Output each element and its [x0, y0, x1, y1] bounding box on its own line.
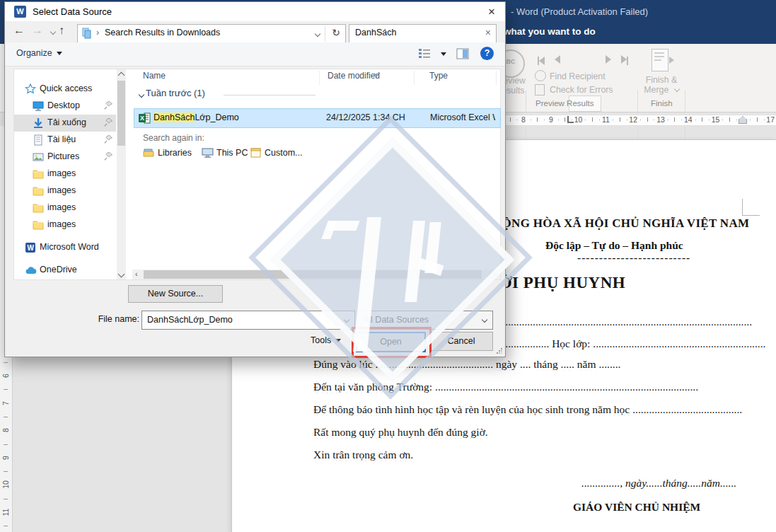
sidebar-item-microsoft-word[interactable]: WMicrosoft Word [14, 239, 116, 256]
file-row-danhsachlop-demo[interactable]: X DanhSáchLớp_Demo 24/12/2025 1:34 CH Mi… [134, 108, 501, 128]
combo-chevron-icon[interactable] [482, 317, 487, 323]
sidebar-item-label: Quick access [40, 83, 92, 93]
ruler-number: 10 [1, 480, 10, 490]
forward-icon[interactable]: → [32, 24, 43, 37]
scroll-down-icon[interactable] [118, 271, 125, 278]
scrollbar-thumb[interactable] [144, 270, 482, 279]
word-app-icon: W [14, 6, 26, 18]
sidebar-item-images[interactable]: images [14, 183, 116, 200]
search-again-label: Search again in: [143, 133, 204, 143]
list-horizontal-scrollbar[interactable]: ‹ › [132, 270, 500, 279]
svg-text:W: W [28, 244, 35, 252]
previous-record-icon[interactable] [555, 54, 560, 66]
sidebar-item-images[interactable]: images [14, 200, 116, 216]
ruler-number: 15 [712, 115, 720, 124]
sidebar-item-onedrive[interactable]: OneDrive [14, 262, 116, 279]
folder-icon [33, 219, 44, 231]
finish-merge-button[interactable]: Finish & Merge [640, 75, 683, 95]
search-folder-icon [81, 28, 93, 39]
up-icon[interactable]: ↑ [59, 24, 64, 37]
tools-dropdown[interactable]: Tools [311, 335, 341, 345]
doc-line-b7: Xin trân trọng cảm ơn. [313, 449, 413, 461]
sidebar-item-label: Tài liệu [47, 134, 76, 144]
annotation-highlight-open [352, 327, 432, 358]
sidebar-scrollbar[interactable] [117, 69, 126, 279]
folder-icon [33, 202, 44, 214]
search-input[interactable]: DanhSách × [349, 24, 497, 43]
sidebar-item-label: images [47, 168, 76, 178]
ruler-number: 11 [1, 507, 10, 517]
column-header-date[interactable]: Date modified [328, 71, 380, 81]
file-name-value: DanhSáchLớp_Demo [147, 315, 233, 325]
ruler-number: 13 [656, 115, 665, 124]
file-browser: Quick accessDesktopTải xuốngTài liệuPict… [13, 69, 501, 280]
back-icon[interactable]: ← [13, 24, 25, 37]
ruler-number: 14 [684, 115, 693, 124]
help-icon[interactable]: ? [480, 47, 494, 60]
doc-line-b5: Để thông báo tình hình học tập và rèn lu… [313, 403, 772, 416]
svg-text:X: X [140, 115, 144, 122]
word-window-title: - Word (Product Activation Failed) [511, 6, 648, 17]
ruler-number: 6 [1, 371, 10, 381]
sidebar-item-desktop[interactable]: Desktop [14, 98, 116, 115]
check-for-errors-button[interactable]: Check for Errors [550, 85, 613, 95]
organize-button[interactable]: Organize [16, 48, 62, 58]
libraries-icon [143, 147, 155, 158]
column-header-name[interactable]: Name [143, 71, 166, 81]
onedrive-cloud-icon [25, 265, 36, 276]
file-name-combo[interactable]: DanhSáchLớp_Demo [141, 311, 355, 330]
file-date-modified: 24/12/2025 1:34 CH [326, 112, 405, 122]
quick-access-star-icon [25, 83, 36, 95]
file-type: Microsoft Excel W... [430, 112, 495, 122]
cancel-button[interactable]: Cancel [429, 332, 493, 351]
resize-grip[interactable] [496, 347, 502, 354]
file-name: DanhSáchLớp_Demo [154, 112, 239, 122]
doc-line-h3: -------------------------- [577, 251, 690, 264]
finish-group-label: Finish [651, 99, 673, 108]
address-bar[interactable]: › Search Results in Downloads ↻ [77, 24, 346, 43]
doc-line-h1: CỘNG HÒA XÃ HỘI CHỦ NGHĨA VIỆT NAM [493, 216, 749, 231]
sidebar-item-images[interactable]: images [14, 216, 116, 233]
view-dropdown-chevron-icon[interactable] [441, 52, 446, 56]
combo-chevron-icon[interactable] [344, 317, 349, 323]
breadcrumb-separator: › [96, 28, 99, 37]
ruler-number: 8 [521, 115, 526, 124]
close-icon[interactable]: × [484, 4, 499, 20]
search-value: DanhSách [355, 28, 396, 37]
recent-locations-chevron-icon[interactable] [50, 29, 56, 35]
sidebar-item-t-i-li-u[interactable]: Tài liệu [14, 132, 116, 149]
ruler-number: 7 [1, 398, 10, 408]
ruler-number: 10 [574, 115, 583, 124]
scroll-left-icon[interactable]: ‹ [135, 270, 138, 278]
sidebar-item-quick-access[interactable]: Quick access [14, 81, 116, 98]
first-record-icon[interactable] [538, 54, 545, 66]
new-source-button[interactable]: New Source... [128, 285, 223, 303]
last-record-icon[interactable] [621, 54, 628, 66]
group-header[interactable]: Tuần trước (1) [146, 88, 205, 98]
find-recipient-icon [535, 70, 546, 81]
scrollbar-thumb[interactable] [117, 81, 125, 146]
tab-stop-marker[interactable] [567, 116, 574, 123]
column-header-type[interactable]: Type [429, 71, 448, 81]
scroll-up-icon[interactable] [118, 72, 125, 79]
scroll-right-icon[interactable]: › [494, 270, 497, 278]
group-collapse-chevron-icon[interactable] [139, 92, 144, 98]
breadcrumb[interactable]: Search Results in Downloads [105, 28, 220, 37]
pictures-icon [33, 151, 44, 163]
change-view-icon[interactable] [418, 48, 431, 62]
tell-me-box[interactable]: what you want to do [504, 26, 596, 37]
address-dropdown-chevron-icon[interactable] [315, 31, 320, 37]
pin-icon [103, 100, 113, 110]
find-recipient-button[interactable]: Find Recipient [550, 71, 606, 81]
next-record-icon[interactable] [606, 54, 611, 66]
doc-line-b6: Rất mong quý phụ huynh đến đúng giờ. [313, 426, 488, 439]
sidebar-item-label: Pictures [47, 151, 79, 161]
clear-search-icon[interactable]: × [485, 27, 491, 38]
sidebar-item-pictures[interactable]: Pictures [14, 149, 116, 166]
dialog-titlebar[interactable]: W Select Data Source × [5, 2, 505, 21]
refresh-icon[interactable]: ↻ [332, 27, 340, 38]
sidebar-item-t-i-xu-ng[interactable]: Tải xuống [14, 115, 116, 132]
ruler-number: 9 [549, 115, 553, 124]
sidebar-item-images[interactable]: images [14, 166, 116, 183]
preview-pane-icon[interactable] [456, 48, 469, 62]
